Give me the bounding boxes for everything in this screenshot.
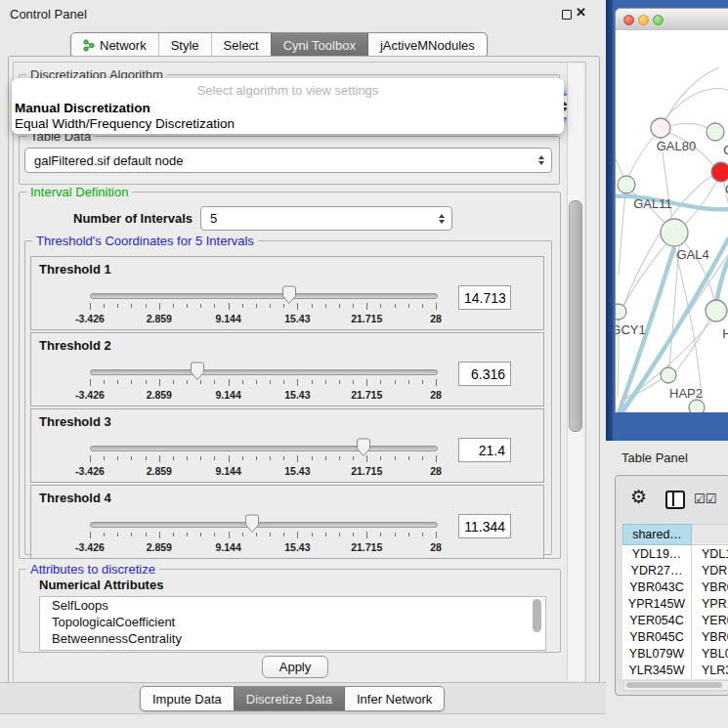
- table-cell-shared-name[interactable]: YER054C: [622, 612, 692, 628]
- threshold-slider[interactable]: -3.4262.8599.14415.4321.71528: [90, 286, 436, 325]
- mac-zoom-icon[interactable]: [653, 15, 664, 25]
- network-edge[interactable]: [619, 193, 625, 275]
- table-row[interactable]: YER054C YER0: [622, 612, 728, 628]
- network-node[interactable]: [616, 304, 626, 320]
- table-row[interactable]: YIL052C YIL0: [622, 678, 728, 679]
- combo-arrows-icon: [538, 155, 544, 165]
- table-row[interactable]: YBL079W YBL0: [622, 645, 728, 662]
- slider-thumb[interactable]: [190, 362, 205, 381]
- tick-mark: [366, 532, 367, 538]
- numerical-attributes-list[interactable]: SelfLoopsTopologicalCoefficientBetweenne…: [39, 596, 546, 651]
- network-edge[interactable]: [664, 88, 728, 119]
- threshold-value-field[interactable]: [458, 362, 511, 386]
- apply-button[interactable]: Apply: [262, 656, 328, 678]
- table-row[interactable]: YBR045C YBR0: [622, 628, 728, 645]
- threshold-slider[interactable]: -3.4262.8599.14415.4321.71528: [90, 515, 436, 554]
- algorithm-option[interactable]: Manual Discretization: [12, 101, 564, 116]
- tick-mark: [256, 304, 257, 308]
- table-row[interactable]: YPR145W YPR1: [622, 595, 728, 612]
- slider-thumb[interactable]: [356, 438, 371, 457]
- algorithm-option[interactable]: Equal Width/Frequency Discretization: [12, 116, 564, 132]
- network-node-label: GAL11: [633, 196, 672, 211]
- tab[interactable]: Discretize Data: [234, 687, 344, 710]
- threshold-slider[interactable]: -3.4262.8599.14415.4321.71528: [90, 363, 436, 402]
- network-node[interactable]: [618, 176, 635, 193]
- threshold-slider[interactable]: -3.4262.8599.14415.4321.71528: [90, 439, 436, 478]
- tab[interactable]: Impute Data: [141, 687, 234, 710]
- close-icon[interactable]: ✕: [576, 5, 586, 20]
- table-cell-name[interactable]: YBR0: [692, 578, 728, 595]
- column-header-name[interactable]: n: [692, 524, 728, 545]
- attribute-list-item[interactable]: BetweennessCentrality: [40, 630, 545, 647]
- table-data-combobox[interactable]: galFiltered.sif default node: [24, 148, 552, 173]
- checkbox-icons[interactable]: ☑☑: [694, 492, 716, 506]
- tab[interactable]: Style: [158, 33, 211, 57]
- network-edge[interactable]: [669, 124, 707, 128]
- slider-thumb[interactable]: [281, 285, 297, 305]
- number-of-intervals-combobox[interactable]: 5: [200, 206, 452, 231]
- table-cell-shared-name[interactable]: YDR27…: [622, 562, 692, 578]
- network-edge[interactable]: [685, 181, 717, 224]
- tick-mark: [90, 532, 91, 538]
- column-browse-icon[interactable]: [665, 491, 685, 509]
- tick-mark: [90, 303, 91, 310]
- slider-track[interactable]: [90, 369, 438, 375]
- attribute-list-item[interactable]: SelfLoops: [40, 597, 545, 614]
- gear-icon[interactable]: ⚙: [630, 488, 647, 507]
- table-row[interactable]: YDR27… YDR2: [622, 562, 728, 578]
- attributes-scrollbar[interactable]: [533, 599, 541, 632]
- table-cell-name[interactable]: YBR0: [692, 628, 728, 645]
- table-cell-shared-name[interactable]: YIL052C: [622, 678, 692, 679]
- table-cell-shared-name[interactable]: YDL19…: [622, 545, 692, 562]
- table-cell-shared-name[interactable]: YPR145W: [622, 595, 692, 612]
- panel-scrollbar-thumb[interactable]: [569, 200, 582, 432]
- table-cell-name[interactable]: YDL1: [692, 545, 728, 562]
- slider-track[interactable]: [90, 522, 438, 528]
- float-window-icon[interactable]: [562, 10, 572, 20]
- tick-mark: [117, 456, 118, 460]
- network-window-titlebar[interactable]: [616, 9, 728, 31]
- network-canvas[interactable]: GAL80G.GGAL11GAL4GCY1HHAP2: [616, 30, 728, 412]
- column-header-shared-name[interactable]: shared…: [622, 524, 692, 545]
- table-cell-shared-name[interactable]: YBL079W: [622, 645, 692, 662]
- attribute-list-item[interactable]: TopologicalCoefficient: [40, 614, 545, 630]
- table-cell-name[interactable]: YER0: [692, 612, 728, 628]
- table-hscrollbar-thumb[interactable]: [626, 682, 722, 688]
- table-row[interactable]: YDL19… YDL1: [622, 545, 728, 562]
- network-node[interactable]: [706, 300, 727, 321]
- network-node[interactable]: [651, 118, 670, 138]
- tick-mark: [283, 456, 284, 460]
- table-body: YDL19… YDL1 YDR27… YDR2 YBR043C YBR0 YPR…: [622, 545, 728, 679]
- network-node[interactable]: [689, 400, 705, 412]
- network-node[interactable]: [707, 123, 724, 141]
- threshold-value-field[interactable]: [458, 438, 511, 462]
- table-cell-shared-name[interactable]: YBR045C: [622, 628, 692, 645]
- slider-track[interactable]: [90, 446, 438, 451]
- slider-thumb[interactable]: [244, 514, 260, 534]
- table-row[interactable]: YBR043C YBR0: [622, 578, 728, 595]
- table-cell-name[interactable]: YBL0: [692, 645, 728, 662]
- tab[interactable]: Network: [71, 33, 158, 57]
- table-cell-name[interactable]: YDR2: [692, 562, 728, 578]
- table-row[interactable]: YLR345W YLR3: [622, 662, 728, 678]
- tab[interactable]: Cyni Toolbox: [271, 33, 367, 57]
- table-cell-shared-name[interactable]: YBR043C: [622, 578, 692, 595]
- threshold-value-field[interactable]: [458, 285, 511, 310]
- network-edge[interactable]: [616, 155, 624, 179]
- mac-close-icon[interactable]: [623, 15, 634, 25]
- table-cell-name[interactable]: YLR3: [692, 662, 728, 678]
- tab[interactable]: jActiveMNodules: [367, 33, 487, 57]
- mac-minimize-icon[interactable]: [638, 15, 649, 25]
- network-node[interactable]: [661, 367, 676, 383]
- network-node[interactable]: [661, 219, 688, 246]
- table-cell-name[interactable]: YIL0: [692, 678, 728, 679]
- table-cell-shared-name[interactable]: YLR345W: [622, 662, 692, 678]
- threshold-value-field[interactable]: [458, 514, 511, 538]
- slider-track[interactable]: [90, 293, 438, 299]
- network-edge[interactable]: [628, 135, 655, 177]
- tab[interactable]: Select: [211, 33, 271, 57]
- network-edge[interactable]: [664, 67, 719, 122]
- tab[interactable]: Infer Network: [344, 687, 444, 710]
- table-cell-name[interactable]: YPR1: [692, 595, 728, 612]
- network-node[interactable]: [711, 162, 728, 182]
